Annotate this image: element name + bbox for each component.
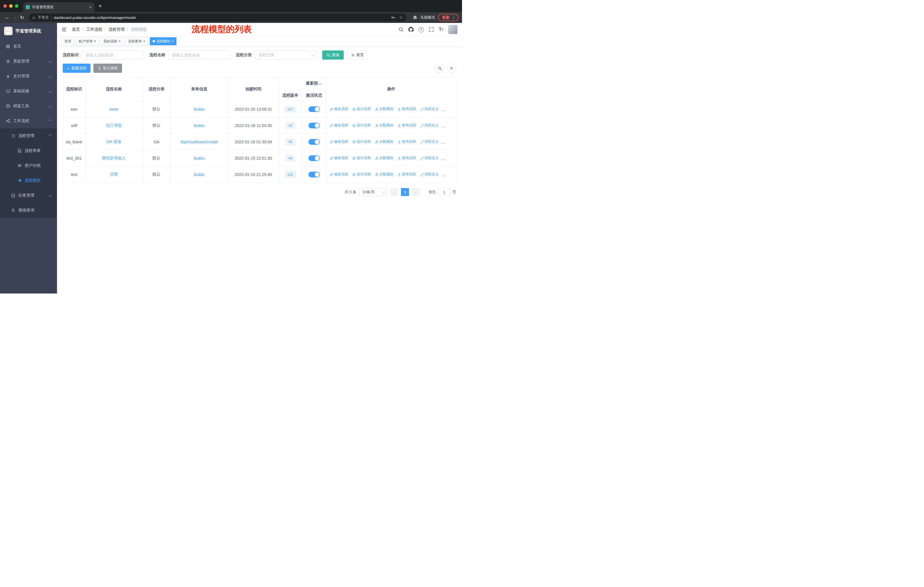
- sidebar-item-user-group[interactable]: 用户分组: [0, 158, 57, 173]
- process-name-link[interactable]: eeee: [109, 107, 118, 111]
- close-window-button[interactable]: [3, 4, 7, 8]
- modify-flow-link[interactable]: 修改流程: [330, 172, 348, 177]
- zoom-window-button[interactable]: [15, 4, 18, 8]
- design-flow-link[interactable]: 设计流程: [352, 172, 371, 177]
- breadcrumb-item[interactable]: 流程管理: [109, 27, 131, 32]
- reset-button[interactable]: ↻ 重置: [347, 50, 368, 60]
- modify-flow-link[interactable]: 修改流程: [330, 139, 348, 144]
- tag-tenant-management[interactable]: 租户管理 ×: [76, 37, 99, 45]
- assign-rule-link[interactable]: 分配规则: [375, 139, 394, 144]
- publish-flow-link[interactable]: 发布流程: [398, 139, 416, 144]
- process-name-link[interactable]: 自己审批: [106, 123, 122, 127]
- url-text[interactable]: dashboard.yudao.iocoder.cn/bpm/manager/m…: [54, 15, 136, 20]
- publish-flow-link[interactable]: 发布流程: [398, 155, 416, 160]
- assign-rule-link[interactable]: 分配规则: [375, 155, 394, 160]
- flow-definition-link[interactable]: 流程定义: [420, 123, 439, 128]
- delete-link[interactable]: 删除: [442, 139, 454, 144]
- flow-definition-link[interactable]: 流程定义: [420, 139, 439, 144]
- github-icon[interactable]: [408, 27, 414, 32]
- delete-link[interactable]: 删除: [442, 172, 454, 177]
- sidebar-logo[interactable]: 芋道管理系统: [0, 23, 57, 39]
- process-name-link[interactable]: 滔博: [110, 172, 118, 177]
- close-icon[interactable]: ×: [143, 40, 145, 43]
- form-info-link[interactable]: /bpm/oa/leave/create: [180, 140, 218, 144]
- publish-flow-link[interactable]: 发布流程: [398, 172, 416, 177]
- import-process-button[interactable]: ↥ 导入流程: [93, 64, 122, 73]
- refresh-table-button[interactable]: ↻: [447, 64, 456, 73]
- process-name-link[interactable]: 测试多审批人: [102, 155, 126, 160]
- active-toggle[interactable]: [309, 123, 320, 128]
- sidebar-item-task-management[interactable]: 任务管理: [0, 188, 57, 203]
- sidebar-item-devtools[interactable]: 研发工具: [0, 99, 57, 114]
- design-flow-link[interactable]: 设计流程: [352, 155, 371, 160]
- delete-link[interactable]: 删除: [442, 107, 454, 111]
- sidebar-item-leave-query[interactable]: 请假查询: [0, 203, 57, 218]
- sidebar-item-infra[interactable]: 基础设施: [0, 84, 57, 99]
- design-flow-link[interactable]: 设计流程: [352, 139, 371, 144]
- assign-rule-link[interactable]: 分配规则: [375, 123, 394, 128]
- tag-process-model-active[interactable]: 流程模型 ×: [150, 37, 177, 45]
- next-page-button[interactable]: ›: [412, 188, 420, 196]
- hamburger-icon[interactable]: [61, 27, 67, 32]
- sidebar-item-workflow[interactable]: 工作流程: [0, 114, 57, 128]
- new-tab-button[interactable]: +: [99, 3, 102, 10]
- address-bar[interactable]: ⚠ 不安全 dashboard.yudao.iocoder.cn/bpm/man…: [29, 13, 406, 21]
- design-flow-link[interactable]: 设计流程: [352, 107, 371, 111]
- design-flow-link[interactable]: 设计流程: [352, 123, 371, 128]
- minimize-window-button[interactable]: [9, 4, 13, 8]
- active-toggle[interactable]: [309, 172, 320, 177]
- security-label[interactable]: 不安全: [38, 15, 49, 20]
- flow-definition-link[interactable]: 流程定义: [420, 107, 439, 111]
- bookmark-star-icon[interactable]: ☆: [399, 15, 403, 20]
- publish-flow-link[interactable]: 发布流程: [398, 123, 416, 128]
- tag-home[interactable]: 首页: [61, 37, 74, 45]
- active-toggle[interactable]: [309, 139, 320, 145]
- tag-my-process[interactable]: 我的流程 ×: [101, 37, 124, 45]
- assign-rule-link[interactable]: 分配规则: [375, 107, 394, 111]
- assign-rule-link[interactable]: 分配规则: [375, 172, 394, 177]
- page-size-select[interactable]: 10条/页: [359, 188, 387, 196]
- publish-flow-link[interactable]: 发布流程: [398, 107, 416, 111]
- modify-flow-link[interactable]: 修改流程: [330, 155, 348, 160]
- modify-flow-link[interactable]: 修改流程: [330, 123, 348, 128]
- breadcrumb-item[interactable]: 首页: [72, 27, 86, 32]
- close-icon[interactable]: ×: [172, 40, 173, 43]
- fullscreen-icon[interactable]: [429, 27, 434, 32]
- active-toggle[interactable]: [309, 106, 320, 112]
- create-process-button[interactable]: + 新建流程: [63, 64, 91, 73]
- close-icon[interactable]: ×: [94, 40, 96, 43]
- password-key-icon[interactable]: [391, 15, 396, 20]
- page-number-1[interactable]: 1: [401, 188, 409, 196]
- user-avatar[interactable]: [448, 25, 457, 34]
- prev-page-button[interactable]: ‹: [390, 188, 398, 196]
- flow-definition-link[interactable]: 流程定义: [420, 155, 439, 160]
- sidebar-item-process-management[interactable]: 流程管理: [0, 128, 57, 143]
- active-toggle[interactable]: [309, 155, 320, 161]
- form-info-link[interactable]: biubiu: [194, 156, 205, 160]
- goto-page-input[interactable]: [438, 188, 450, 196]
- tag-process-form[interactable]: 流程表单 ×: [125, 37, 148, 45]
- search-icon[interactable]: [398, 27, 404, 32]
- category-select[interactable]: 流程分类: [255, 50, 317, 60]
- sidebar-item-home[interactable]: 首页: [0, 39, 57, 54]
- sidebar-item-process-model[interactable]: 流程模型: [0, 173, 57, 188]
- toggle-search-button[interactable]: [435, 64, 444, 73]
- modify-flow-link[interactable]: 修改流程: [330, 107, 348, 111]
- browser-tab[interactable]: 芋道管理系统 ×: [23, 2, 94, 12]
- form-info-link[interactable]: biubiu: [194, 123, 205, 128]
- back-button[interactable]: ←: [3, 15, 11, 20]
- close-icon[interactable]: ×: [119, 40, 120, 43]
- delete-link[interactable]: 删除: [442, 123, 454, 128]
- sidebar-item-payment[interactable]: ¥ 支付管理: [0, 69, 57, 84]
- browser-update-chip[interactable]: 更新 ⋮: [438, 14, 459, 21]
- breadcrumb-item[interactable]: 工作流程: [86, 27, 109, 32]
- help-icon[interactable]: ?: [419, 27, 424, 32]
- browser-menu-icon[interactable]: ⋮: [451, 15, 456, 20]
- form-info-link[interactable]: biubiu: [194, 172, 205, 177]
- delete-link[interactable]: 删除: [442, 155, 454, 160]
- process-name-link[interactable]: OA 请假: [107, 139, 121, 144]
- process-name-input[interactable]: [168, 50, 231, 60]
- process-key-input[interactable]: [82, 50, 144, 60]
- font-size-icon[interactable]: TT: [439, 27, 443, 32]
- flow-definition-link[interactable]: 流程定义: [420, 172, 439, 177]
